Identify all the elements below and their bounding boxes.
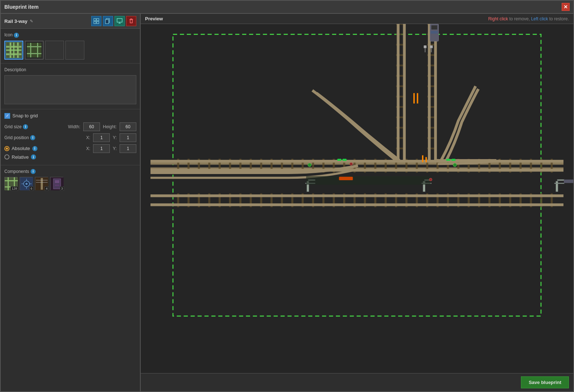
description-input[interactable] <box>4 75 136 104</box>
svg-rect-156 <box>337 159 341 161</box>
train-stop-count-badge: 3 <box>60 186 64 191</box>
svg-rect-1 <box>97 19 99 21</box>
snap-to-grid-checkbox[interactable] <box>4 113 10 119</box>
icon-slot-1[interactable] <box>4 41 23 60</box>
grid-position-info-icon[interactable]: i <box>30 135 35 140</box>
svg-rect-176 <box>431 25 437 29</box>
grid-position-fields: X: Y: <box>86 133 136 142</box>
blueprint-name: Rail 3-way <box>4 19 28 24</box>
svg-rect-3 <box>97 21 99 24</box>
absolute-row: Absolute i X: Y: <box>4 144 136 153</box>
export-blueprint-button[interactable] <box>115 16 125 26</box>
svg-rect-39 <box>55 180 59 183</box>
height-label: Height: <box>103 124 117 129</box>
relative-info-icon[interactable]: i <box>31 154 36 159</box>
component-roboport[interactable]: 6 <box>20 177 33 190</box>
gp-y-label: Y: <box>113 135 117 140</box>
svg-rect-158 <box>413 93 415 104</box>
component-rail[interactable]: 128 <box>4 177 17 190</box>
component-pole[interactable]: 4 <box>35 177 48 190</box>
svg-rect-178 <box>306 176 431 185</box>
icon-info-icon[interactable]: i <box>14 33 19 38</box>
roboport-count-badge: 6 <box>29 186 33 191</box>
svg-rect-122 <box>150 194 563 197</box>
absolute-x-input[interactable] <box>93 144 110 153</box>
svg-rect-16 <box>27 43 41 57</box>
icon-slot-2[interactable] <box>25 41 44 60</box>
svg-point-181 <box>350 163 353 166</box>
svg-rect-171 <box>424 45 427 48</box>
copy-blueprint-button[interactable] <box>103 16 113 26</box>
rail-icon-active <box>6 42 22 58</box>
svg-rect-177 <box>431 31 438 34</box>
window-title: Blueprint item <box>4 4 39 10</box>
svg-rect-8 <box>6 46 22 48</box>
snap-label: Snap to grid <box>12 113 38 118</box>
absolute-radio[interactable] <box>4 146 9 151</box>
absolute-y-input[interactable] <box>120 144 136 153</box>
description-title: Description <box>4 67 136 72</box>
svg-rect-11 <box>17 43 19 58</box>
svg-rect-161 <box>425 157 427 162</box>
absolute-info-icon[interactable]: i <box>32 146 37 151</box>
svg-rect-15 <box>19 43 19 58</box>
blueprint-window: Blueprint item ✕ Rail 3-way ✎ <box>0 0 574 392</box>
icon-section-title: Icon i <box>4 32 136 38</box>
svg-rect-83 <box>150 160 563 163</box>
svg-rect-20 <box>37 43 38 57</box>
grid-size-label: Grid size i <box>4 124 48 129</box>
svg-rect-14 <box>9 43 10 58</box>
svg-rect-0 <box>94 19 96 21</box>
pole-count-badge: 4 <box>45 186 49 191</box>
svg-rect-9 <box>6 53 22 55</box>
svg-rect-12 <box>6 45 22 46</box>
hint-middle: to remove, <box>509 16 531 21</box>
grid-position-label: Grid position i <box>4 135 48 140</box>
right-click-label: Right click <box>488 16 508 21</box>
grid-size-row: Grid size i Width: Height: <box>4 122 136 131</box>
relative-label: Relative <box>12 154 29 160</box>
icon-slot-4[interactable] <box>65 41 84 60</box>
svg-rect-22 <box>5 180 18 181</box>
svg-rect-19 <box>30 43 31 57</box>
grid-width-input[interactable] <box>83 122 100 131</box>
svg-rect-40 <box>55 185 59 186</box>
svg-rect-172 <box>430 45 433 48</box>
width-label: Width: <box>68 124 80 129</box>
svg-rect-160 <box>422 155 424 162</box>
svg-rect-7 <box>6 43 22 58</box>
svg-point-179 <box>308 163 312 167</box>
toolbar-icons <box>91 16 136 26</box>
component-train-stop[interactable]: 3 <box>50 177 63 190</box>
svg-rect-169 <box>557 179 564 181</box>
svg-rect-13 <box>6 55 22 56</box>
blueprint-header: Rail 3-way ✎ <box>1 14 140 29</box>
svg-rect-41 <box>150 24 563 373</box>
select-blueprint-button[interactable] <box>91 16 101 26</box>
edit-icon[interactable]: ✎ <box>30 19 33 24</box>
svg-rect-152 <box>428 24 431 161</box>
svg-rect-34 <box>41 178 43 190</box>
components-section: Components i <box>1 165 140 194</box>
icon-slot-3[interactable] <box>45 41 64 60</box>
svg-rect-184 <box>564 179 573 183</box>
grid-position-y-input[interactable] <box>120 133 136 142</box>
components-title: Components i <box>4 169 136 174</box>
close-button[interactable]: ✕ <box>562 3 570 11</box>
icon-row <box>4 41 136 60</box>
grid-position-x-input[interactable] <box>93 133 110 142</box>
relative-radio[interactable] <box>4 154 9 159</box>
svg-point-180 <box>453 163 457 167</box>
svg-rect-24 <box>8 177 9 190</box>
grid-size-fields: Width: Height: <box>68 122 136 131</box>
components-info-icon[interactable]: i <box>31 169 36 174</box>
grid-height-input[interactable] <box>120 122 136 131</box>
grid-position-row: Grid position i X: Y: <box>4 133 136 142</box>
save-blueprint-button[interactable]: Save blueprint <box>521 376 569 388</box>
preview-svg <box>141 24 573 373</box>
svg-rect-155 <box>451 159 455 161</box>
svg-rect-10 <box>10 43 11 58</box>
grid-size-info-icon[interactable]: i <box>23 124 28 129</box>
preview-hint: Right click to remove, Left click to res… <box>488 16 569 21</box>
delete-blueprint-button[interactable] <box>126 16 136 26</box>
